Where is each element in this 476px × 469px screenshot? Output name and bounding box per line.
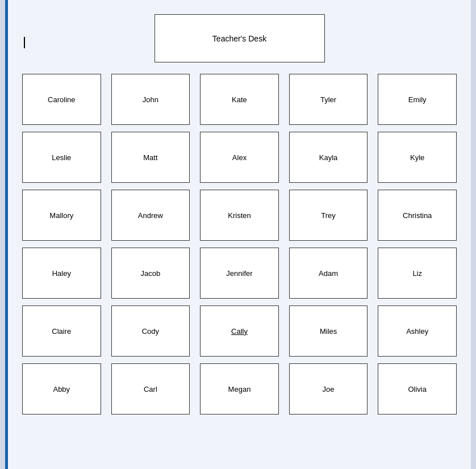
seat-caroline[interactable]: Caroline [22, 74, 101, 125]
seat-label: Leslie [52, 153, 71, 162]
seat-label: Christina [403, 211, 432, 220]
seat-kayla[interactable]: Kayla [289, 132, 368, 183]
seat-kate[interactable]: Kate [200, 74, 279, 125]
seat-ashley[interactable]: Ashley [378, 305, 457, 357]
seat-abby[interactable]: Abby [22, 363, 101, 414]
seat-label: Matt [143, 153, 157, 162]
seat-label: Jacob [141, 269, 161, 278]
seat-label: Cally [231, 327, 248, 336]
seat-label: Miles [320, 327, 337, 336]
seat-label: John [143, 95, 158, 104]
seat-joe[interactable]: Joe [289, 363, 368, 414]
seat-trey[interactable]: Trey [289, 190, 368, 241]
seat-label: Alex [232, 153, 247, 162]
seat-leslie[interactable]: Leslie [22, 132, 101, 183]
seat-tyler[interactable]: Tyler [289, 74, 368, 125]
seat-label: Kayla [319, 153, 338, 162]
seat-label: Emily [408, 95, 427, 104]
seat-label: Jennifer [226, 269, 252, 278]
seat-jennifer[interactable]: Jennifer [200, 248, 279, 299]
seat-megan[interactable]: Megan [200, 363, 279, 414]
seat-label: Megan [228, 385, 251, 393]
seat-haley[interactable]: Haley [22, 248, 101, 299]
seat-label: Kristen [228, 211, 250, 220]
seat-label: Tyler [320, 95, 336, 104]
text-cursor [24, 37, 25, 48]
seat-claire[interactable]: Claire [22, 305, 101, 357]
seat-label: Kyle [410, 153, 424, 162]
seat-adam[interactable]: Adam [289, 248, 368, 299]
seat-cody[interactable]: Cody [111, 305, 190, 357]
seat-label: Caroline [48, 95, 75, 104]
seat-cally[interactable]: Cally [200, 305, 279, 357]
seat-christina[interactable]: Christina [378, 190, 457, 241]
seat-liz[interactable]: Liz [378, 248, 457, 299]
seat-label: Andrew [138, 211, 163, 220]
seat-label: Abby [53, 385, 70, 393]
seat-john[interactable]: John [111, 74, 190, 125]
seat-kristen[interactable]: Kristen [200, 190, 279, 241]
seat-label: Adam [319, 269, 338, 278]
seat-kyle[interactable]: Kyle [378, 132, 457, 183]
seat-label: Ashley [406, 327, 428, 336]
seat-label: Olivia [408, 385, 427, 393]
seat-label: Trey [321, 211, 336, 220]
teacher-desk-container: Teacher's Desk [19, 14, 460, 62]
seat-label: Mallory [49, 211, 73, 220]
teacher-desk-label: Teacher's Desk [212, 34, 266, 43]
page: Teacher's Desk CarolineJohnKateTylerEmil… [5, 0, 471, 469]
seat-label: Joe [323, 385, 335, 393]
seat-emily[interactable]: Emily [378, 74, 457, 125]
seat-label: Kate [232, 95, 247, 104]
seat-miles[interactable]: Miles [289, 305, 368, 357]
seat-label: Cody [142, 327, 159, 336]
seat-matt[interactable]: Matt [111, 132, 190, 183]
seat-carl[interactable]: Carl [111, 363, 190, 414]
seat-label: Carl [144, 385, 157, 393]
seat-label: Liz [412, 269, 422, 278]
seat-olivia[interactable]: Olivia [378, 363, 457, 414]
seat-label: Claire [52, 327, 71, 336]
seat-mallory[interactable]: Mallory [22, 190, 101, 241]
seat-andrew[interactable]: Andrew [111, 190, 190, 241]
seat-alex[interactable]: Alex [200, 132, 279, 183]
seat-jacob[interactable]: Jacob [111, 248, 190, 299]
seating-grid: CarolineJohnKateTylerEmilyLeslieMattAlex… [19, 74, 460, 414]
teacher-desk: Teacher's Desk [155, 14, 325, 62]
seat-label: Haley [52, 269, 71, 278]
